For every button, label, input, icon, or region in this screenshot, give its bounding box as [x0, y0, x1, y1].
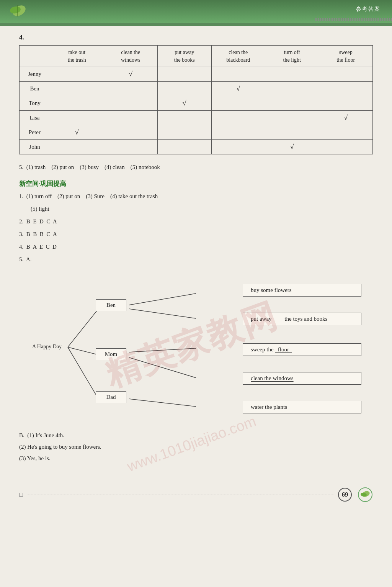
r4-text: clean the windows [251, 375, 294, 381]
john-col1 [50, 140, 104, 154]
mindmap-task-r4: clean the windows [243, 372, 361, 385]
ben-col6 [319, 82, 373, 96]
table-row: Tony √ [20, 96, 373, 111]
ex1-sub: (5) light [31, 206, 49, 212]
exercise-1: 1. (1) turn off (2) put on (3) Sure (4) … [19, 191, 373, 202]
john-col4 [211, 140, 265, 154]
svg-line-4 [68, 347, 98, 355]
john-col5: √ [265, 140, 319, 154]
mindmap-task-r5: water the plants [243, 401, 361, 413]
check-ben-blackboard: √ [236, 85, 240, 92]
mindmap-container: A Happy Day Ben Mom Dad buy some flowers… [19, 272, 373, 426]
lisa-col4 [211, 111, 265, 125]
ex1-label: 1. (1) turn off (2) put on (3) Sure (4) … [19, 193, 158, 199]
ex5: 5. A. [19, 256, 32, 262]
lisa-col3 [158, 111, 212, 125]
main-content: 4. take outthe trash clean thewindows pu… [0, 26, 392, 479]
tony-col5 [265, 96, 319, 111]
table-header-col1: take outthe trash [50, 46, 104, 67]
table-header-col6: sweepthe floor [319, 46, 373, 67]
mindmap-center: A Happy Day [27, 341, 67, 352]
table-row: Lisa √ [20, 111, 373, 125]
jenny-col1 [50, 67, 104, 82]
section-5: 5. (1) trash (2) put on (3) busy (4) cle… [19, 162, 373, 172]
name-lisa: Lisa [20, 111, 50, 125]
r2-blank [272, 316, 283, 322]
exercise-1-sub: (5) light [31, 204, 373, 214]
name-john: John [20, 140, 50, 154]
mindmap-task-r1: buy some flowers [243, 284, 361, 297]
tony-col3: √ [158, 96, 212, 111]
svg-line-10 [129, 399, 196, 407]
jenny-col3 [158, 67, 212, 82]
header-stripe [315, 18, 392, 21]
table-row: Peter √ [20, 125, 373, 140]
name-ben: Ben [20, 82, 50, 96]
footer-square [19, 493, 23, 497]
name-tony: Tony [20, 96, 50, 111]
svg-line-8 [129, 348, 196, 352]
table-header-col2: clean thewindows [104, 46, 158, 67]
lisa-col1 [50, 111, 104, 125]
tony-col1 [50, 96, 104, 111]
footer: 69 [0, 483, 392, 506]
peter-col4 [211, 125, 265, 140]
r2-pre: put away [251, 316, 272, 322]
section-5-label: 5. (1) trash (2) put on (3) busy (4) cle… [19, 164, 160, 170]
mindmap-dad: Dad [96, 391, 126, 403]
svg-line-5 [68, 347, 98, 399]
ben-col1 [50, 82, 104, 96]
exercise-2: 2. B E D C A [19, 216, 373, 227]
jenny-col5 [265, 67, 319, 82]
lisa-col5 [265, 111, 319, 125]
peter-col6 [319, 125, 373, 140]
svg-line-3 [68, 309, 98, 347]
footer-logo-icon [358, 487, 373, 502]
tony-col4 [211, 96, 265, 111]
jenny-col6 [319, 67, 373, 82]
table-header-col4: clean theblackboard [211, 46, 265, 67]
svg-line-9 [129, 357, 196, 378]
lisa-col6: √ [319, 111, 373, 125]
footer-dots [27, 495, 334, 495]
john-col2 [104, 140, 158, 154]
r3-blank: floor [275, 346, 292, 353]
mindmap-task-r2: put away the toys and books [243, 313, 361, 325]
section-4-label: 4. [19, 34, 373, 41]
peter-col3 [158, 125, 212, 140]
check-lisa-floor: √ [344, 114, 348, 121]
footer-page-number: 69 [338, 488, 352, 502]
new-section-title: 新空间·巩固提高 [19, 179, 373, 188]
header-green-line [0, 23, 392, 26]
john-col3 [158, 140, 212, 154]
section-b-item3: (3) Yes, he is. [19, 453, 373, 464]
table-row: Jenny √ [20, 67, 373, 82]
peter-col1: √ [50, 125, 104, 140]
section-b: B. (1) It's June 4th. (2) He's going to … [19, 430, 373, 464]
mindmap-ben: Ben [96, 299, 126, 311]
jenny-col2: √ [104, 67, 158, 82]
ben-col3 [158, 82, 212, 96]
name-jenny: Jenny [20, 67, 50, 82]
ben-col4: √ [211, 82, 265, 96]
mindmap-task-r3: sweep the floor [243, 343, 361, 356]
table-header-row: take outthe trash clean thewindows put a… [20, 46, 373, 67]
peter-col2 [104, 125, 158, 140]
exercise-5: 5. A. [19, 254, 373, 265]
tony-col6 [319, 96, 373, 111]
tony-col2 [104, 96, 158, 111]
table-header-col5: turn offthe light [265, 46, 319, 67]
mindmap-mom: Mom [96, 348, 126, 360]
check-john-light: √ [290, 143, 294, 151]
ex4: 4. B A E C D [19, 244, 57, 250]
svg-line-6 [129, 294, 196, 305]
section-b-label: B. (1) It's June 4th. [19, 430, 373, 441]
name-peter: Peter [20, 125, 50, 140]
header-right-text: 参考答案 [356, 6, 381, 13]
ex3: 3. B B B C A [19, 231, 57, 237]
ben-col5 [265, 82, 319, 96]
table-row: John √ [20, 140, 373, 154]
header-bar: 参考答案 [0, 0, 392, 23]
check-tony-books: √ [183, 99, 186, 107]
table-row: Ben √ [20, 82, 373, 96]
